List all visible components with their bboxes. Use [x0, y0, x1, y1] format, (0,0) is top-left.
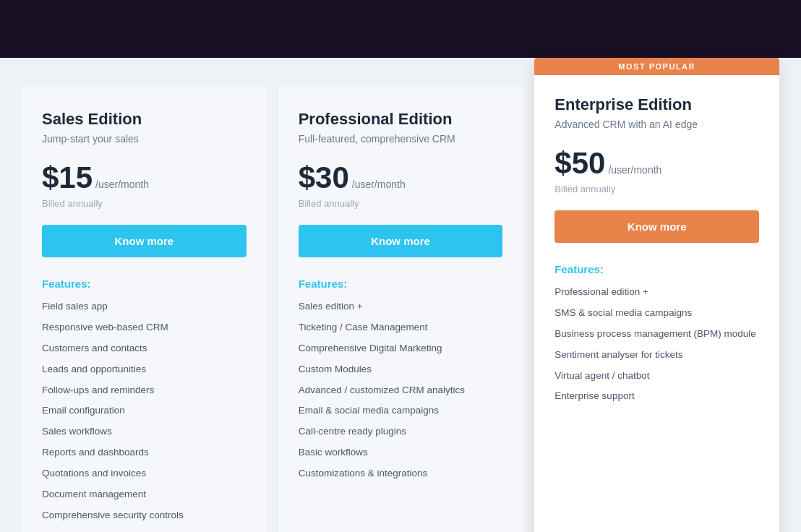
sales-price-row: $15 /user/month [42, 160, 247, 195]
professional-price-row: $30 /user/month [299, 160, 503, 195]
enterprise-features-label: Features: [554, 263, 759, 275]
list-item: Customers and contacts [42, 342, 247, 356]
list-item: Virtual agent / chatbot [554, 369, 759, 383]
enterprise-price-amount: $50 [554, 146, 605, 181]
enterprise-billing: Billed annually [554, 184, 759, 194]
list-item: Ticketing / Case Management [299, 321, 503, 335]
most-popular-banner: MOST POPULAR [534, 58, 779, 75]
list-item: Responsive web-based CRM [42, 321, 247, 335]
list-item: Leads and opportunities [42, 363, 247, 377]
enterprise-price-period: /user/month [608, 164, 661, 176]
list-item: Basic workflows [299, 446, 503, 460]
list-item: Comprehensive Digital Marketing [299, 342, 503, 356]
enterprise-know-more-button[interactable]: Know more [554, 210, 759, 243]
enterprise-plan-card: MOST POPULAR Enterprise Edition Advanced… [534, 58, 779, 532]
list-item: Document management [42, 488, 247, 502]
professional-features-label: Features: [299, 278, 503, 290]
enterprise-price-row: $50 /user/month [554, 146, 759, 181]
enterprise-plan-title: Enterprise Edition [554, 95, 759, 114]
sales-price-period: /user/month [95, 179, 149, 190]
list-item: SMS & social media campaigns [554, 306, 759, 320]
list-item: Sales edition + [299, 300, 503, 314]
list-item: Comprehensive security controls [42, 509, 247, 523]
sales-plan-title: Sales Edition [42, 110, 247, 129]
sales-plan-subtitle: Jump-start your sales [42, 133, 247, 145]
list-item: Business process management (BPM) module [554, 327, 759, 341]
professional-plan-subtitle: Full-featured, comprehensive CRM [299, 133, 503, 145]
list-item: Follow-ups and reminders [42, 384, 247, 398]
sales-features-label: Features: [42, 278, 247, 290]
list-item: Advanced / customized CRM analytics [299, 384, 503, 398]
professional-billing: Billed annually [299, 198, 503, 209]
list-item: Sentiment analyser for tickets [554, 348, 759, 362]
enterprise-plan-subtitle: Advanced CRM with an AI edge [554, 119, 759, 130]
list-item: Quotations and invoices [42, 467, 247, 481]
list-item: Call-centre ready plugins [299, 425, 503, 439]
sales-plan-card: Sales Edition Jump-start your sales $15 … [22, 87, 267, 532]
professional-price-period: /user/month [352, 179, 406, 190]
sales-price-amount: $15 [42, 160, 93, 195]
gap-1 [267, 87, 278, 532]
sales-billing: Billed annually [42, 198, 247, 209]
pricing-section: Sales Edition Jump-start your sales $15 … [0, 58, 801, 532]
sales-know-more-button[interactable]: Know more [42, 225, 247, 257]
professional-price-amount: $30 [299, 160, 349, 195]
top-bar [0, 0, 801, 29]
list-item: Email configuration [42, 404, 247, 418]
list-item: Custom Modules [299, 363, 503, 377]
list-item: Field sales app [42, 300, 247, 314]
professional-know-more-button[interactable]: Know more [299, 225, 503, 257]
list-item: Email & social media campaigns [299, 404, 503, 418]
professional-plan-card: Professional Edition Full-featured, comp… [278, 87, 523, 532]
list-item: Customizations & integrations [299, 467, 503, 481]
list-item: Enterprise support [554, 390, 759, 403]
list-item: Sales workflows [42, 425, 247, 439]
gap-2 [523, 87, 534, 532]
list-item: Reports and dashboards [42, 446, 247, 460]
professional-plan-title: Professional Edition [299, 110, 503, 129]
list-item: Professional edition + [554, 286, 759, 299]
